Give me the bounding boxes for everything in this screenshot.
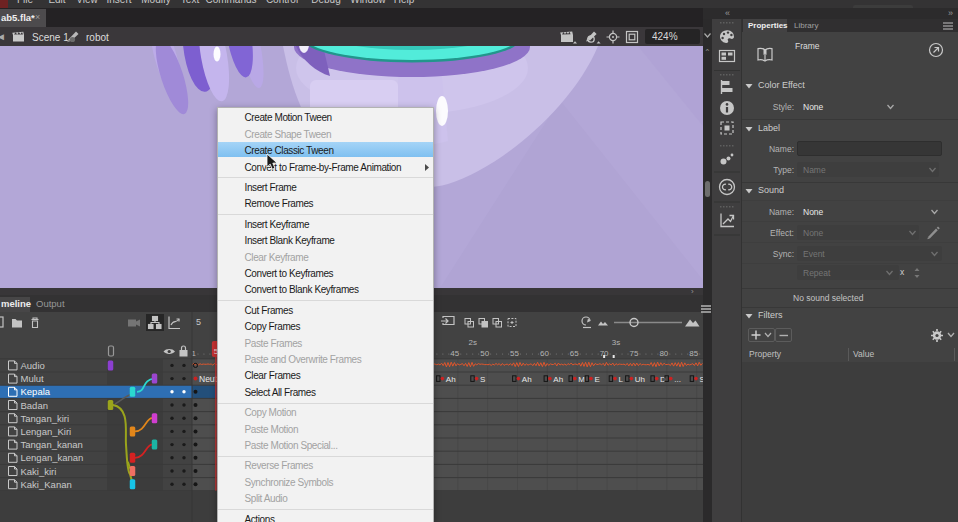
svg-text:L: L <box>618 375 623 384</box>
svg-text:meline: meline <box>1 298 31 309</box>
svg-text:Kaki_kiri: Kaki_kiri <box>21 466 57 477</box>
svg-text:S: S <box>480 375 485 384</box>
svg-text:60: 60 <box>540 349 549 358</box>
svg-text:Ah: Ah <box>553 375 563 384</box>
svg-text:80: 80 <box>659 349 668 358</box>
svg-text:Ah: Ah <box>446 375 456 384</box>
svg-text:Kaki_Kanan: Kaki_Kanan <box>21 479 72 490</box>
svg-text:5: 5 <box>196 317 201 327</box>
svg-text:Mulut: Mulut <box>21 373 45 384</box>
svg-text:55: 55 <box>510 349 519 358</box>
svg-text:M: M <box>578 375 585 384</box>
svg-text:Ah: Ah <box>522 375 532 384</box>
svg-text:3s: 3s <box>612 338 620 347</box>
svg-text:2s: 2s <box>468 338 476 347</box>
svg-text:Output: Output <box>36 298 65 309</box>
svg-text:S: S <box>699 375 703 384</box>
svg-text:85: 85 <box>689 349 698 358</box>
svg-text:Lengan_Kiri: Lengan_Kiri <box>21 426 72 437</box>
svg-text:50: 50 <box>480 349 489 358</box>
svg-text:Badan: Badan <box>21 400 48 411</box>
svg-text:E: E <box>594 375 599 384</box>
svg-text:75: 75 <box>630 349 639 358</box>
svg-text:Tangan_kiri: Tangan_kiri <box>21 413 70 424</box>
svg-text:65: 65 <box>570 349 579 358</box>
svg-text:Audio: Audio <box>21 360 45 371</box>
svg-text:...: ... <box>674 375 681 384</box>
svg-text:Lengan_kanan: Lengan_kanan <box>21 452 84 463</box>
svg-text:Tangan_kanan: Tangan_kanan <box>21 439 83 450</box>
svg-text:45: 45 <box>450 349 459 358</box>
svg-text:Uh: Uh <box>635 375 645 384</box>
svg-text:Kepala: Kepala <box>21 386 51 397</box>
